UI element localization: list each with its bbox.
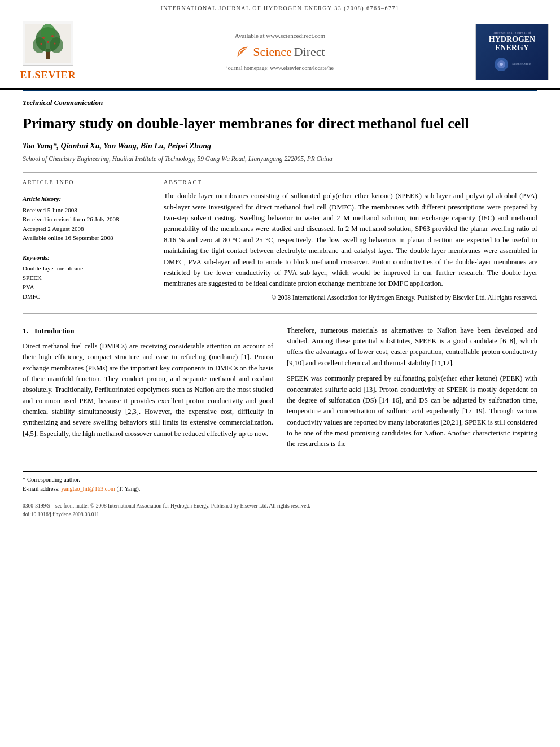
email-name: (T. Yang).	[117, 486, 141, 492]
corresponding-author: * Corresponding author.	[23, 475, 537, 484]
available-text: Available at www.sciencedirect.com	[235, 32, 325, 40]
sciencedirect-logo: Science Direct	[235, 43, 325, 61]
email-line: E-mail address: yangtao_hit@163.com (T. …	[23, 484, 537, 493]
available-online-date: Available online 16 September 2008	[23, 233, 147, 243]
intro-col2-para2: SPEEK was commonly prepared by sulfonati…	[287, 373, 537, 450]
doi-line: doi:10.1016/j.ijhydene.2008.08.011	[23, 510, 537, 518]
svg-point-3	[33, 37, 46, 53]
svg-point-6	[42, 37, 45, 39]
divider	[23, 172, 537, 173]
top-banner: ELSEVIER Available at www.sciencedirect.…	[0, 15, 560, 90]
issn-line: 0360-3199/$ – see front matter © 2008 In…	[23, 502, 537, 510]
direct-text: Direct	[294, 43, 325, 61]
article-history-box: Article history: Received 5 June 2008 Re…	[23, 191, 147, 242]
intro-col2-para1: Therefore, numerous materials as alterna…	[287, 325, 537, 369]
section-title: Introduction	[34, 326, 75, 335]
divider-2	[23, 313, 537, 314]
elsevier-logo-section: ELSEVIER	[11, 21, 85, 82]
abstract-copyright: © 2008 International Association for Hyd…	[164, 293, 537, 302]
science-text: Science	[253, 43, 291, 61]
keyword-1: Double-layer membrane	[23, 264, 147, 273]
footer-bar: 0360-3199/$ – see front matter © 2008 In…	[23, 499, 537, 518]
body-columns: 1. Introduction Direct methanol fuel cel…	[23, 325, 537, 455]
article-title: Primary study on double-layer membranes …	[23, 115, 537, 132]
center-logo-section: Available at www.sciencedirect.com Scien…	[85, 32, 475, 72]
svg-point-10	[54, 43, 56, 45]
footer-section: * Corresponding author. E-mail address: …	[23, 471, 537, 496]
hydrogen-title: HYDROGENENERGY	[489, 35, 535, 53]
svg-point-7	[51, 35, 54, 37]
main-content-area: Technical Communication Primary study on…	[0, 90, 560, 518]
svg-point-8	[47, 41, 49, 43]
keyword-2: SPEEK	[23, 273, 147, 283]
hydrogen-intl-text: International Journal of	[493, 31, 531, 35]
authors: Tao Yang*, Qianhui Xu, Yan Wang, Bin Lu,…	[23, 141, 537, 152]
elsevier-tree-logo	[23, 21, 73, 66]
elsevier-tree-svg	[25, 24, 71, 63]
svg-point-9	[41, 43, 42, 45]
keyword-4: DMFC	[23, 292, 147, 302]
intro-col1-para1: Direct methanol fuel cells (DMFCs) are r…	[23, 341, 273, 439]
email-label: E-mail address:	[23, 486, 60, 492]
info-abstract-section: Article Info Article history: Received 5…	[23, 178, 537, 302]
svg-point-13	[500, 63, 503, 66]
received-date: Received 5 June 2008	[23, 206, 147, 215]
section-number: 1.	[23, 325, 28, 337]
elsevier-brand-text: ELSEVIER	[20, 68, 76, 82]
keywords-label: Keywords:	[23, 254, 147, 262]
corresponding-label: * Corresponding author.	[23, 477, 80, 483]
received-revised-date: Received in revised form 26 July 2008	[23, 215, 147, 224]
hydrogen-circle-icon	[493, 56, 510, 73]
intro-heading: 1. Introduction	[23, 325, 273, 337]
article-info-panel: Article Info Article history: Received 5…	[23, 178, 147, 302]
abstract-text: The double-layer membranes consisting of…	[164, 191, 537, 289]
keywords-section: Keywords: Double-layer membrane SPEEK PV…	[23, 250, 147, 301]
abstract-section: Abstract The double-layer membranes cons…	[164, 178, 537, 302]
history-label: Article history:	[23, 195, 147, 203]
email-address[interactable]: yangtao_hit@163.com	[61, 486, 115, 492]
body-col-left: 1. Introduction Direct methanol fuel cel…	[23, 325, 273, 455]
svg-point-4	[50, 37, 63, 53]
affiliation: School of Chemistry Engineering, Huaihai…	[23, 154, 537, 163]
keyword-3: PVA	[23, 282, 147, 292]
hydrogen-energy-logo: International Journal of HYDROGENENERGY …	[475, 24, 549, 80]
article-type: Technical Communication	[23, 90, 537, 110]
sd-leaf-icon	[235, 44, 251, 60]
article-info-label: Article Info	[23, 178, 147, 186]
abstract-label: Abstract	[164, 178, 537, 186]
journal-homepage-url: journal homepage: www.elsevier.com/locat…	[226, 64, 334, 72]
body-col-right: Therefore, numerous materials as alterna…	[287, 325, 537, 455]
journal-header: International Journal of Hydrogen Energy…	[0, 0, 560, 15]
accepted-date: Accepted 2 August 2008	[23, 224, 147, 234]
